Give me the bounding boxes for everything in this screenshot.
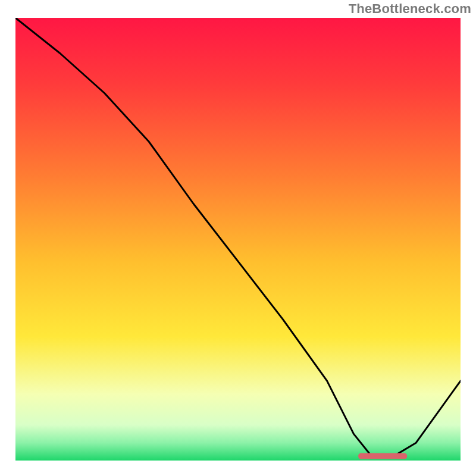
plot-area xyxy=(15,18,461,461)
chart-container: TheBottleneck.com xyxy=(0,0,476,476)
chart-svg xyxy=(15,18,461,461)
plot-frame xyxy=(15,18,461,461)
watermark-text: TheBottleneck.com xyxy=(349,1,471,17)
optimal-range-marker xyxy=(358,453,407,459)
gradient-background xyxy=(15,18,461,461)
